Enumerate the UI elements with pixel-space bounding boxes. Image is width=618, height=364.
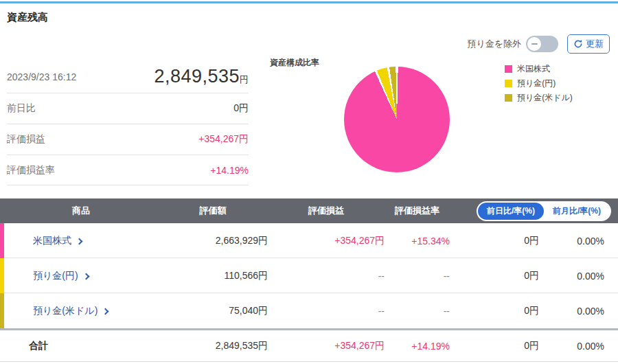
chevron-right-icon [102, 308, 109, 315]
table-header: 商品 評価額 評価損益 評価損益率 前日比/率(%) 前月比/率(%) [0, 198, 618, 223]
day-change-pct-cell: 0.00% [539, 271, 604, 282]
legend-item: 預り金(円) [505, 78, 573, 89]
summary-value: +354,267円 [198, 133, 249, 146]
chevron-right-icon [82, 273, 89, 280]
summary-label: 評価損益率 [7, 164, 55, 177]
total-label: 合計 [0, 340, 158, 352]
day-change-cell: 0円 [450, 305, 539, 317]
refresh-label: 更新 [586, 38, 604, 50]
pie-chart-legend: 米国株式預り金(円)預り金(米ドル) [505, 63, 573, 106]
period-toggle-month[interactable]: 前月比/率(%) [544, 203, 610, 220]
col-header-pl-pct: 評価損益率 [385, 205, 450, 217]
product-link[interactable]: 預り金(円) [4, 270, 158, 282]
summary-value: 0円 [233, 102, 249, 115]
exclude-deposit-toggle[interactable] [526, 36, 558, 52]
pl-cell: -- [268, 271, 385, 282]
pl-cell: -- [268, 306, 385, 317]
period-toggle: 前日比/率(%) 前月比/率(%) [477, 201, 611, 221]
legend-swatch [505, 65, 512, 73]
table-row-deposit-jpy[interactable]: 預り金(円) 110,566円 -- -- 0円 0.00% [0, 258, 618, 293]
asset-composition-pie-chart [344, 67, 450, 172]
legend-label: 預り金(米ドル) [517, 92, 573, 104]
timestamp: 2023/9/23 16:12 [7, 71, 76, 82]
legend-swatch [505, 94, 512, 102]
col-header-product: 商品 [4, 205, 158, 217]
product-link[interactable]: 米国株式 [4, 235, 158, 247]
day-change-cell: 0円 [450, 235, 539, 247]
legend-label: 預り金(円) [517, 78, 556, 89]
pl-pct-cell: -- [385, 306, 450, 317]
summary-row-pl: 評価損益 +354,267円 [7, 124, 249, 155]
minus-icon [531, 43, 538, 45]
legend-swatch [505, 80, 512, 87]
table-row-us-stocks[interactable]: 米国株式 2,663,929円 +354,267円 +15.34% 0円 0.0… [0, 223, 618, 258]
summary-value: +14.19% [210, 165, 249, 176]
product-link[interactable]: 預り金(米ドル) [4, 305, 158, 317]
legend-label: 米国株式 [517, 63, 550, 75]
toggle-knob [527, 37, 541, 51]
summary-row-pl-pct: 評価損益率 +14.19% [7, 155, 249, 185]
day-change-pct-cell: 0.00% [539, 236, 604, 247]
chevron-right-icon [76, 238, 83, 244]
col-header-valuation: 評価額 [158, 205, 268, 217]
day-change-pct-cell: 0.00% [539, 306, 604, 317]
refresh-button[interactable]: 更新 [567, 34, 610, 54]
exclude-deposit-toggle-label: 預り金を除外 [467, 38, 521, 50]
period-toggle-day[interactable]: 前日比/率(%) [478, 203, 544, 220]
pl-pct-cell: +14.19% [385, 341, 450, 352]
pl-cell: +354,267円 [268, 340, 385, 352]
pl-pct-cell: -- [385, 271, 450, 282]
day-change-cell: 0円 [450, 270, 539, 282]
valuation-cell: 110,566円 [158, 270, 268, 282]
table-row-total: 合計 2,849,535円 +354,267円 +14.19% 0円 0.00% [0, 330, 618, 362]
col-header-pl: 評価損益 [268, 205, 385, 217]
summary-label: 前日比 [7, 102, 36, 115]
summary-label: 評価損益 [7, 133, 45, 146]
pie-chart-title: 資産構成比率 [270, 57, 319, 69]
asset-summary-panel: 2023/9/23 16:12 2,849,535円 前日比 0円 評価損益 +… [7, 60, 249, 185]
header-controls: 預り金を除外 更新 [467, 34, 610, 54]
total-asset-value: 2,849,535円 [154, 66, 249, 87]
day-change-cell: 0円 [450, 340, 539, 352]
table-row-deposit-usd[interactable]: 預り金(米ドル) 75,040円 -- -- 0円 0.00% [0, 293, 618, 328]
day-change-pct-cell: 0.00% [539, 341, 604, 352]
page-title: 資産残高 [7, 11, 48, 24]
pl-pct-cell: +15.34% [385, 236, 450, 247]
valuation-cell: 75,040円 [158, 305, 268, 317]
legend-item: 米国株式 [505, 63, 573, 75]
refresh-icon [573, 39, 583, 49]
pl-cell: +354,267円 [268, 235, 385, 247]
asset-table: 商品 評価額 評価損益 評価損益率 前日比/率(%) 前月比/率(%) 米国株式… [0, 198, 618, 362]
valuation-cell: 2,849,535円 [158, 340, 268, 352]
summary-row-day-change: 前日比 0円 [7, 93, 249, 124]
top-accent-line [0, 1, 618, 3]
legend-item: 預り金(米ドル) [505, 92, 573, 104]
valuation-cell: 2,663,929円 [158, 235, 268, 247]
